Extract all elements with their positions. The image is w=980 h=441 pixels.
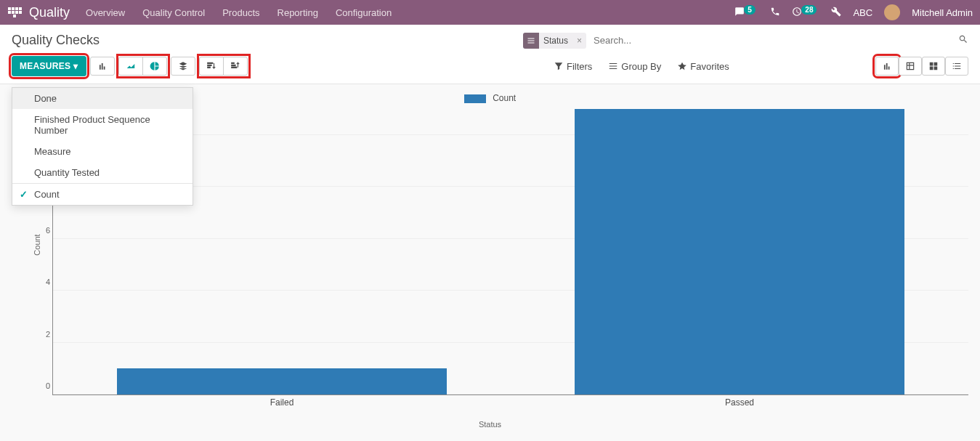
measure-option-count[interactable]: Count [12,184,193,205]
legend-label: Count [493,93,516,103]
main-menu: Overview Quality Control Products Report… [86,7,392,18]
activity-badge: 28 [801,5,817,15]
bar-chart-button[interactable] [90,57,115,76]
sort-desc-button[interactable] [199,57,224,76]
groupby-facet-icon [523,33,539,49]
stacked-button[interactable] [171,57,195,76]
search-area: Status × [523,32,968,49]
y-tick: 0 [37,381,50,390]
apps-icon[interactable] [7,5,22,20]
measures-button[interactable]: MEASURES ▾ [12,56,86,76]
x-tick: Failed [270,397,294,408]
measure-option-qty-tested[interactable]: Quantity Tested [12,162,193,183]
filters-button[interactable]: Filters [554,61,592,72]
x-tick: Passed [725,397,754,408]
measure-option-fpsn[interactable]: Finished Product Sequence Number [12,109,193,141]
control-panel-bottom: MEASURES ▾ Filters Group By Favorites [0,52,980,84]
caret-down-icon: ▾ [73,61,78,71]
y-tick: 4 [37,278,50,286]
groupby-button[interactable]: Group By [608,61,661,72]
bar-failed[interactable] [117,368,447,395]
menu-configuration[interactable]: Configuration [336,7,392,18]
search-icon[interactable] [958,34,968,47]
avatar[interactable] [884,4,900,20]
top-navbar: Quality Overview Quality Control Product… [0,0,980,25]
y-axis-label: Count [33,234,41,255]
favorites-button[interactable]: Favorites [677,61,729,72]
x-axis-label: Status [12,420,968,429]
y-tick: 6 [37,226,50,235]
filters-label: Filters [567,61,592,72]
y-tick: 2 [37,330,50,339]
phone-icon[interactable] [770,7,780,19]
facet-remove-icon[interactable]: × [572,36,586,46]
menu-products[interactable]: Products [222,7,259,18]
measure-option-done[interactable]: Done [12,88,193,109]
measures-dropdown: Done Finished Product Sequence Number Me… [12,87,193,206]
sort-asc-button[interactable] [223,57,248,76]
view-pivot-button[interactable] [899,57,922,76]
view-graph-button[interactable] [875,57,899,76]
search-facet-status: Status × [523,33,586,49]
favorites-label: Favorites [690,61,729,72]
messages-icon[interactable]: 5 [734,7,758,19]
debug-icon[interactable] [831,7,841,19]
view-kanban-button[interactable] [922,57,945,76]
page-title: Quality Checks [12,33,100,48]
view-list-button[interactable] [945,57,968,76]
groupby-label: Group By [621,61,661,72]
facet-label: Status [539,36,572,46]
legend-swatch [464,94,486,103]
user-name[interactable]: Mitchell Admin [912,7,973,18]
bar-passed[interactable] [575,109,904,395]
menu-quality-control[interactable]: Quality Control [142,7,205,18]
messages-badge: 5 [744,5,756,15]
menu-reporting[interactable]: Reporting [278,7,318,18]
company-name[interactable]: ABC [853,7,872,18]
measure-option-measure[interactable]: Measure [12,141,193,162]
search-input[interactable] [591,32,954,49]
app-brand[interactable]: Quality [29,5,70,20]
menu-overview[interactable]: Overview [86,7,125,18]
pie-chart-button[interactable] [142,57,167,76]
activity-icon[interactable]: 28 [792,7,820,19]
measures-label: MEASURES [20,61,70,71]
control-panel-top: Quality Checks Status × [0,25,980,52]
line-chart-button[interactable] [118,57,143,76]
